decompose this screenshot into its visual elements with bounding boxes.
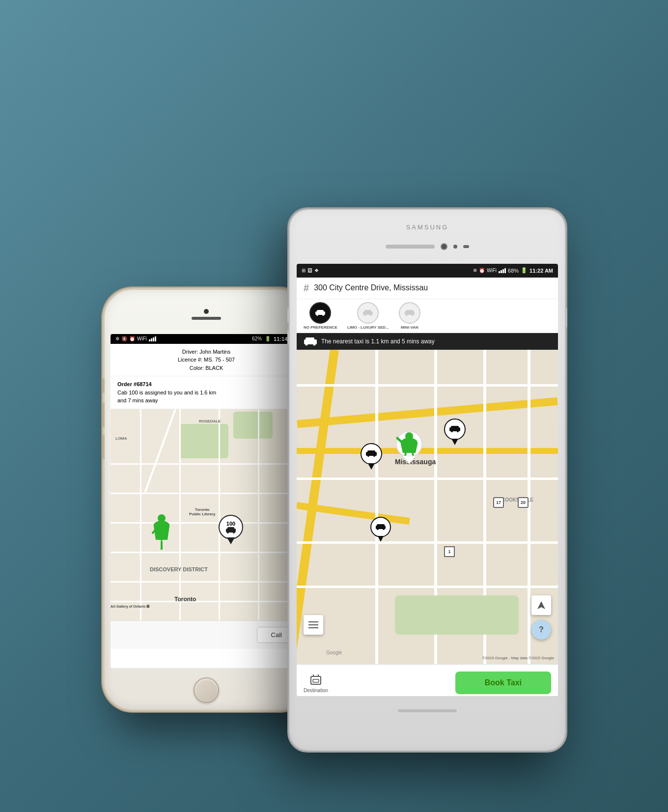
iphone-bottom xyxy=(105,668,308,712)
locate-icon xyxy=(536,600,546,610)
map-help-button[interactable]: ? xyxy=(531,620,551,640)
address-hash: # xyxy=(304,282,309,294)
samsung-sensor xyxy=(453,245,457,249)
svg-point-19 xyxy=(412,314,414,316)
taxi-marker-100: 100 xyxy=(219,515,243,539)
map-label-library: TorontoPublic Library xyxy=(189,507,215,516)
samsung-address-bar[interactable]: # 300 City Centre Drive, Mississau xyxy=(297,278,558,299)
taxi-pointer-2 xyxy=(368,463,375,470)
svg-point-7 xyxy=(233,532,235,533)
svg-point-40 xyxy=(383,528,385,530)
taxi-nearest-info: The nearest taxi is 1.1 km and 5 mins aw… xyxy=(321,338,435,345)
car-icon-selected xyxy=(309,302,331,324)
vehicle-label-minivan: MINI-VAN xyxy=(401,325,418,330)
samsung-status-right: ✲ ⏰ WiFi 68% 🔋 11:22 AM xyxy=(473,267,553,274)
vehicle-label-limo: LIMO - LUXURY SED... xyxy=(347,325,389,330)
samsung-volume-down[interactable] xyxy=(287,330,290,345)
map-menu-button[interactable] xyxy=(304,615,323,635)
iphone-speaker xyxy=(192,317,221,320)
hamburger-icon xyxy=(308,621,318,628)
street-v1 xyxy=(140,409,141,620)
person-pin-stem xyxy=(161,542,163,550)
street-h1 xyxy=(111,463,302,465)
battery-icon: 🔋 xyxy=(265,336,271,341)
iphone-map[interactable]: LOMA ROSEDALE DISCOVERY DISTRICT Toronto… xyxy=(111,409,302,620)
bluetooth-icon: ✲ xyxy=(115,336,119,341)
destination-label: Destination xyxy=(304,688,328,693)
signal-bar-3 xyxy=(153,337,154,341)
samsung-map-park xyxy=(395,595,519,635)
svg-point-36 xyxy=(373,455,375,457)
street-v5 xyxy=(287,409,289,620)
vehicle-option-limo[interactable]: LIMO - LUXURY SED... xyxy=(347,302,389,330)
highway-17-marker: 17 xyxy=(493,497,504,508)
order-detail2: and 7 mins away xyxy=(117,396,216,405)
person-marker xyxy=(150,512,173,550)
samsung-camera xyxy=(441,243,447,250)
order-number: Order #68714 xyxy=(117,380,216,389)
vehicle-option-minivan[interactable]: MINI-VAN xyxy=(399,302,420,330)
svg-rect-17 xyxy=(406,310,414,313)
samsung-brand: SAMSUNG xyxy=(406,224,449,231)
samsung-map[interactable]: Mississauga COOKSVILLE 1 17 20 xyxy=(297,350,558,664)
svg-point-18 xyxy=(406,314,408,316)
vehicle-option-no-preference[interactable]: NO PREFERENCE xyxy=(304,302,337,330)
order-detail: Cab 100 is assigned to you and is 1.6 km xyxy=(117,389,216,397)
driver-licence: Licence #: MS. 75 - 507 xyxy=(117,356,295,364)
alarm-icon: ⏰ xyxy=(129,336,135,341)
phones-container: ✲ 🔇 ⏰ WiFi 62% 🔋 11:14 AM xyxy=(64,62,604,750)
map-label-toronto: Toronto xyxy=(174,596,196,603)
map-copyright: ©2015 Google - Map data ©2015 Google xyxy=(482,656,554,660)
svg-rect-34 xyxy=(367,450,375,454)
sec-road-h1 xyxy=(297,384,558,387)
street-h2 xyxy=(111,493,302,494)
samsung-home-bar[interactable] xyxy=(398,709,457,712)
samsung-taxi-2 xyxy=(361,443,382,465)
svg-point-22 xyxy=(306,343,308,345)
iphone-top xyxy=(105,290,308,334)
svg-rect-38 xyxy=(377,524,385,527)
samsung-time: 11:22 AM xyxy=(529,268,553,274)
battery-icon-s: 🔋 xyxy=(521,267,528,274)
signal-bar-4 xyxy=(155,336,156,341)
svg-rect-43 xyxy=(313,679,319,682)
driver-name: Driver: John Martins xyxy=(117,348,295,356)
taxi-car-icon-bar xyxy=(304,337,317,346)
map-label-discovery: DISCOVERY DISTRICT xyxy=(150,566,208,572)
svg-marker-28 xyxy=(402,456,416,464)
s-bar-2 xyxy=(501,270,502,273)
svg-marker-41 xyxy=(537,601,545,609)
highway-20-marker: 20 xyxy=(518,497,529,508)
address-value: 300 City Centre Drive, Mississau xyxy=(314,283,551,292)
s-bar-4 xyxy=(504,268,506,273)
order-details: Order #68714 Cab 100 is assigned to you … xyxy=(117,380,216,405)
samsung-speaker xyxy=(386,245,435,249)
samsung-power-button[interactable] xyxy=(565,308,567,328)
map-label-gallery: Art Gallery of Ontario 🏛 xyxy=(111,605,150,608)
vehicle-options-row: NO PREFERENCE LIMO - LUXURY SED... xyxy=(297,299,558,333)
car-svg-selected xyxy=(315,309,326,316)
signal-bar-2 xyxy=(151,338,152,341)
iphone-home-button[interactable] xyxy=(194,677,219,703)
svg-rect-9 xyxy=(317,310,324,313)
samsung-volume-up[interactable] xyxy=(287,308,290,323)
samsung-light-sensor xyxy=(463,245,469,248)
signal-bar-1 xyxy=(149,339,150,341)
samsung-device: SAMSUNG ⊞ 🖼 ❖ ✲ ⏰ WiFi xyxy=(290,210,565,750)
signal-bars xyxy=(149,336,156,341)
street-h5 xyxy=(111,581,302,583)
car-svg-minivan xyxy=(404,309,415,316)
taxi-pointer-3 xyxy=(378,536,384,542)
book-taxi-button[interactable]: Book Taxi xyxy=(455,672,551,694)
alarm-icon-s: ⏰ xyxy=(479,268,485,273)
svg-point-39 xyxy=(377,528,379,530)
iphone-status-bar: ✲ 🔇 ⏰ WiFi 62% 🔋 11:14 AM xyxy=(111,334,302,344)
destination-nav[interactable]: Destination xyxy=(304,672,328,693)
car-icon-minivan xyxy=(399,302,420,324)
map-locate-button[interactable] xyxy=(531,595,551,615)
iphone-device: ✲ 🔇 ⏰ WiFi 62% 🔋 11:14 AM xyxy=(103,288,309,711)
taxi-car-s2 xyxy=(365,450,377,457)
battery-percent: 62% xyxy=(252,336,262,341)
street-v4 xyxy=(258,409,259,620)
samsung-top-elements xyxy=(386,243,469,250)
